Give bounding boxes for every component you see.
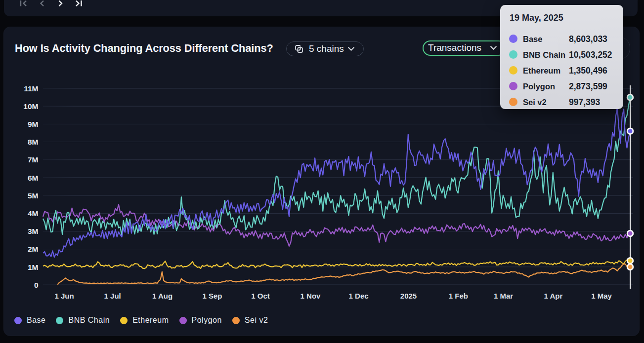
svg-text:1 Nov: 1 Nov (301, 292, 321, 300)
svg-text:1 Jun: 1 Jun (54, 292, 74, 300)
svg-text:1 Mar: 1 Mar (494, 292, 513, 300)
svg-text:1 Feb: 1 Feb (449, 292, 468, 300)
svg-text:1M: 1M (28, 263, 39, 271)
svg-text:7M: 7M (28, 155, 39, 164)
svg-text:9M: 9M (28, 120, 39, 128)
svg-text:4M: 4M (28, 209, 39, 218)
svg-text:1 Dec: 1 Dec (349, 292, 369, 300)
svg-text:1 May: 1 May (591, 292, 612, 300)
svg-text:1 Sep: 1 Sep (202, 292, 222, 300)
svg-text:2025: 2025 (400, 292, 417, 300)
svg-text:1 Apr: 1 Apr (544, 292, 563, 300)
svg-text:6M: 6M (28, 174, 39, 182)
svg-text:3M: 3M (28, 227, 39, 235)
svg-text:2M: 2M (28, 245, 39, 253)
svg-text:5M: 5M (28, 191, 39, 200)
svg-text:1 Jul: 1 Jul (104, 292, 121, 300)
svg-text:1 Oct: 1 Oct (251, 292, 270, 300)
svg-text:10M: 10M (23, 102, 38, 111)
svg-text:11M: 11M (24, 84, 38, 93)
svg-text:1 Aug: 1 Aug (152, 292, 172, 300)
svg-text:8M: 8M (28, 138, 39, 146)
svg-text:0: 0 (34, 281, 39, 289)
